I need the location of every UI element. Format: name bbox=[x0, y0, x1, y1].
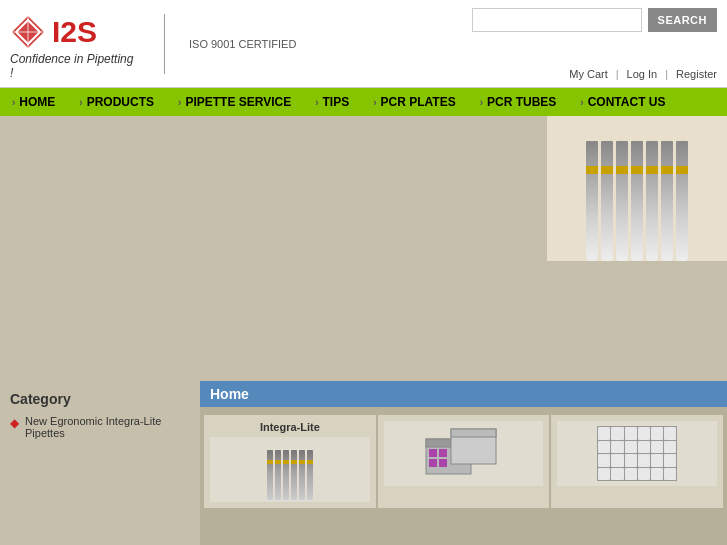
nav-label-tips: TIPS bbox=[323, 95, 350, 109]
logo-i2s-text: I2S bbox=[52, 17, 97, 47]
product-image-2 bbox=[384, 421, 544, 486]
product-title-1: Integra-Lite bbox=[210, 421, 370, 433]
nav-arrow-contact-us: › bbox=[580, 97, 583, 108]
svg-rect-11 bbox=[439, 459, 447, 467]
nav-label-contact-us: CONTACT US bbox=[588, 95, 666, 109]
header: I2S Confidence in Pipetting ! ISO 9001 C… bbox=[0, 0, 727, 88]
content-banner bbox=[200, 261, 727, 381]
nav-item-pipette-service[interactable]: › PIPETTE SERVICE bbox=[166, 88, 303, 116]
nav-item-pcr-tubes[interactable]: › PCR TUBES bbox=[468, 88, 569, 116]
nav-item-tips[interactable]: › TIPS bbox=[303, 88, 361, 116]
iso-certified-text: ISO 9001 CERTIFIED bbox=[189, 38, 296, 50]
logo-graphic: I2S Confidence in Pipetting ! bbox=[10, 14, 140, 74]
header-divider bbox=[164, 14, 165, 74]
product-image-3 bbox=[557, 421, 717, 486]
mycart-link[interactable]: My Cart bbox=[569, 68, 608, 80]
nav-label-pipette-service: PIPETTE SERVICE bbox=[185, 95, 291, 109]
pipette-1 bbox=[586, 141, 598, 261]
nav-label-pcr-plates: PCR PLATES bbox=[381, 95, 456, 109]
nav-item-products[interactable]: › PRODUCTS bbox=[67, 88, 166, 116]
user-links: My Cart | Log In | Register bbox=[569, 68, 717, 80]
product-card-plate[interactable] bbox=[551, 415, 723, 508]
products-grid: Integra-Lite bbox=[200, 407, 727, 512]
pipette-5 bbox=[646, 141, 658, 261]
main-content: Category ◆ New Egronomic Integra-Lite Pi… bbox=[0, 261, 727, 545]
separator-2: | bbox=[665, 68, 668, 80]
pipette-illustration bbox=[547, 116, 727, 261]
nav-arrow-tips: › bbox=[315, 97, 318, 108]
logo-slogan: Confidence in Pipetting ! bbox=[10, 52, 140, 80]
register-link[interactable]: Register bbox=[676, 68, 717, 80]
logo-area: I2S Confidence in Pipetting ! ISO 9001 C… bbox=[10, 14, 296, 74]
product-card-boxes[interactable] bbox=[378, 415, 550, 508]
search-button[interactable]: SEARCH bbox=[648, 8, 717, 32]
plate-grid bbox=[597, 426, 677, 481]
nav-item-home[interactable]: › HOME bbox=[0, 88, 67, 116]
pipette-4 bbox=[631, 141, 643, 261]
search-bar: SEARCH bbox=[472, 8, 717, 32]
sidebar-item-label: New Egronomic Integra-Lite Pipettes bbox=[25, 415, 190, 439]
separator-1: | bbox=[616, 68, 619, 80]
product-image-1 bbox=[210, 437, 370, 502]
product-card-integra-lite[interactable]: Integra-Lite bbox=[204, 415, 376, 508]
nav-label-home: HOME bbox=[19, 95, 55, 109]
header-right: SEARCH My Cart | Log In | Register bbox=[472, 0, 717, 88]
nav-arrow-pcr-plates: › bbox=[373, 97, 376, 108]
category-header: Category bbox=[10, 391, 190, 407]
logo-diamond-icon bbox=[10, 14, 46, 50]
nav-label-pcr-tubes: PCR TUBES bbox=[487, 95, 556, 109]
hero-image bbox=[547, 116, 727, 261]
pipette-2 bbox=[601, 141, 613, 261]
nav-label-products: PRODUCTS bbox=[87, 95, 154, 109]
nav-arrow-pipette-service: › bbox=[178, 97, 181, 108]
nav-item-pcr-plates[interactable]: › PCR PLATES bbox=[361, 88, 467, 116]
nav-item-contact-us[interactable]: › CONTACT US bbox=[568, 88, 677, 116]
svg-rect-9 bbox=[439, 449, 447, 457]
category-bullet-icon: ◆ bbox=[10, 416, 19, 430]
svg-rect-8 bbox=[429, 449, 437, 457]
pipette-6 bbox=[661, 141, 673, 261]
sidebar-item-integra-lite[interactable]: ◆ New Egronomic Integra-Lite Pipettes bbox=[10, 415, 190, 439]
home-section-header: Home bbox=[200, 381, 727, 407]
nav-arrow-home: › bbox=[12, 97, 15, 108]
content-area: Home Integra-Lite bbox=[200, 261, 727, 545]
nav-arrow-pcr-tubes: › bbox=[480, 97, 483, 108]
pipette-7 bbox=[676, 141, 688, 261]
hero-banner bbox=[0, 116, 727, 261]
navigation: › HOME › PRODUCTS › PIPETTE SERVICE › TI… bbox=[0, 88, 727, 116]
login-link[interactable]: Log In bbox=[627, 68, 658, 80]
sidebar: Category ◆ New Egronomic Integra-Lite Pi… bbox=[0, 261, 200, 545]
svg-rect-7 bbox=[451, 429, 496, 437]
boxes-icon bbox=[421, 424, 506, 484]
nav-arrow-products: › bbox=[79, 97, 82, 108]
pipette-3 bbox=[616, 141, 628, 261]
search-input[interactable] bbox=[472, 8, 642, 32]
svg-rect-10 bbox=[429, 459, 437, 467]
